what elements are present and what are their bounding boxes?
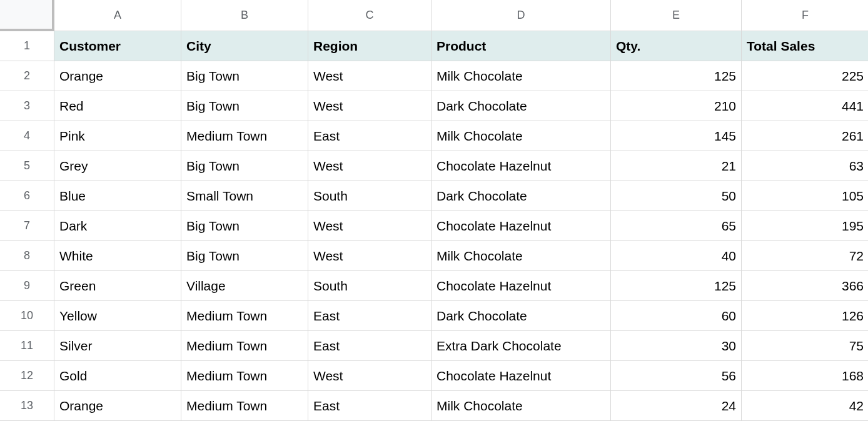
cell-e3[interactable]: 210 [611,91,742,121]
cell-c2[interactable]: West [308,61,431,91]
cell-d5[interactable]: Chocolate Hazelnut [431,151,611,181]
cell-c3[interactable]: West [308,91,431,121]
cell-a10[interactable]: Yellow [54,301,181,331]
row-header-9[interactable]: 9 [0,271,54,301]
cell-b6[interactable]: Small Town [181,181,308,211]
cell-c13[interactable]: East [308,391,431,421]
cell-f1[interactable]: Total Sales [742,31,868,61]
row-header-12[interactable]: 12 [0,361,54,391]
cell-c4[interactable]: East [308,121,431,151]
cell-d6[interactable]: Dark Chocolate [431,181,611,211]
cell-f7[interactable]: 195 [742,211,868,241]
cell-b4[interactable]: Medium Town [181,121,308,151]
cell-a2[interactable]: Orange [54,61,181,91]
cell-b3[interactable]: Big Town [181,91,308,121]
row-header-13[interactable]: 13 [0,391,54,421]
cell-e8[interactable]: 40 [611,241,742,271]
cell-d11[interactable]: Extra Dark Chocolate [431,331,611,361]
row-header-1[interactable]: 1 [0,31,54,61]
cell-c10[interactable]: East [308,301,431,331]
cell-b13[interactable]: Medium Town [181,391,308,421]
cell-d2[interactable]: Milk Chocolate [431,61,611,91]
cell-c6[interactable]: South [308,181,431,211]
row-header-4[interactable]: 4 [0,121,54,151]
cell-a8[interactable]: White [54,241,181,271]
cell-e12[interactable]: 56 [611,361,742,391]
row-header-10[interactable]: 10 [0,301,54,331]
cell-a4[interactable]: Pink [54,121,181,151]
cell-b1[interactable]: City [181,31,308,61]
cell-d12[interactable]: Chocolate Hazelnut [431,361,611,391]
col-header-a[interactable]: A [54,0,181,31]
cell-e9[interactable]: 125 [611,271,742,301]
cell-c1[interactable]: Region [308,31,431,61]
row-header-2[interactable]: 2 [0,61,54,91]
cell-d1[interactable]: Product [431,31,611,61]
cell-b7[interactable]: Big Town [181,211,308,241]
cell-e5[interactable]: 21 [611,151,742,181]
cell-a9[interactable]: Green [54,271,181,301]
col-header-b[interactable]: B [181,0,308,31]
row-header-3[interactable]: 3 [0,91,54,121]
cell-a3[interactable]: Red [54,91,181,121]
cell-d8[interactable]: Milk Chocolate [431,241,611,271]
cell-f5[interactable]: 63 [742,151,868,181]
cell-b8[interactable]: Big Town [181,241,308,271]
cell-e4[interactable]: 145 [611,121,742,151]
cell-b10[interactable]: Medium Town [181,301,308,331]
cell-c12[interactable]: West [308,361,431,391]
cell-a12[interactable]: Gold [54,361,181,391]
row-header-11[interactable]: 11 [0,331,54,361]
cell-a5[interactable]: Grey [54,151,181,181]
cell-b9[interactable]: Village [181,271,308,301]
cell-b5[interactable]: Big Town [181,151,308,181]
cell-f3[interactable]: 441 [742,91,868,121]
col-header-e[interactable]: E [611,0,742,31]
cell-a1[interactable]: Customer [54,31,181,61]
cell-b12[interactable]: Medium Town [181,361,308,391]
cell-d10[interactable]: Dark Chocolate [431,301,611,331]
cell-e11[interactable]: 30 [611,331,742,361]
col-header-d[interactable]: D [431,0,611,31]
cell-f4[interactable]: 261 [742,121,868,151]
cell-a7[interactable]: Dark [54,211,181,241]
cell-f10[interactable]: 126 [742,301,868,331]
col-header-f[interactable]: F [742,0,868,31]
row-header-7[interactable]: 7 [0,211,54,241]
row-header-8[interactable]: 8 [0,241,54,271]
cell-a11[interactable]: Silver [54,331,181,361]
row-header-6[interactable]: 6 [0,181,54,211]
cell-e6[interactable]: 50 [611,181,742,211]
cell-f2[interactable]: 225 [742,61,868,91]
cell-d9[interactable]: Chocolate Hazelnut [431,271,611,301]
cell-a13[interactable]: Orange [54,391,181,421]
row-header-5[interactable]: 5 [0,151,54,181]
cell-e10[interactable]: 60 [611,301,742,331]
cell-f11[interactable]: 75 [742,331,868,361]
cell-e7[interactable]: 65 [611,211,742,241]
cell-a6[interactable]: Blue [54,181,181,211]
cell-d4[interactable]: Milk Chocolate [431,121,611,151]
cell-f6[interactable]: 105 [742,181,868,211]
cell-e13[interactable]: 24 [611,391,742,421]
cell-f13[interactable]: 42 [742,391,868,421]
cell-c5[interactable]: West [308,151,431,181]
cell-d13[interactable]: Milk Chocolate [431,391,611,421]
cell-c9[interactable]: South [308,271,431,301]
cell-d3[interactable]: Dark Chocolate [431,91,611,121]
cell-f9[interactable]: 366 [742,271,868,301]
cell-e2[interactable]: 125 [611,61,742,91]
select-all-corner[interactable] [0,0,54,31]
cell-b11[interactable]: Medium Town [181,331,308,361]
cell-c8[interactable]: West [308,241,431,271]
cell-e1[interactable]: Qty. [611,31,742,61]
cell-f12[interactable]: 168 [742,361,868,391]
cell-b2[interactable]: Big Town [181,61,308,91]
spreadsheet-grid: A B C D E F 1 Customer City Region Produ… [0,0,868,421]
col-header-c[interactable]: C [308,0,431,31]
cell-c7[interactable]: West [308,211,431,241]
cell-c11[interactable]: East [308,331,431,361]
cell-f8[interactable]: 72 [742,241,868,271]
cell-d7[interactable]: Chocolate Hazelnut [431,211,611,241]
